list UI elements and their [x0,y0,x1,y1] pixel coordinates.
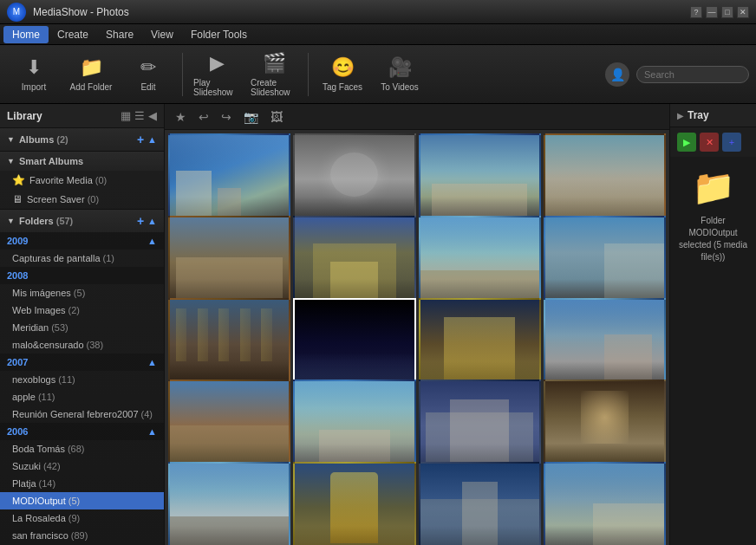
sidebar-item-web-images[interactable]: Web Images (2) [0,302,164,319]
la-rosaleda-count: (9) [68,513,80,523]
toolbar-separator-2 [308,53,309,96]
photo-cell[interactable] [293,216,415,308]
photo-cell[interactable] [544,380,666,471]
albums-scroll[interactable]: ▲ [147,134,157,145]
play-slideshow-button[interactable]: ▶ Play Slideshow [190,49,244,100]
photo-cell[interactable] [544,133,666,225]
add-folder-icon: 📁 [80,56,103,79]
folders-scroll[interactable]: ▲ [147,216,157,226]
sidebar-item-favorite-media[interactable]: ⭐ Favorite Media (0) [0,171,164,190]
web-images-label: Web Images [12,305,66,315]
help-btn[interactable]: ? [690,6,702,18]
import-button[interactable]: ⬇ Import [7,49,61,100]
photo-cell[interactable] [544,216,666,308]
search-input[interactable] [636,66,749,83]
redo-btn[interactable]: ↪ [218,108,235,126]
photo-cell[interactable] [293,462,415,545]
sidebar-item-apple[interactable]: apple (11) [0,388,164,406]
folders-add-btn[interactable]: + [137,214,144,228]
library-header: Library ▦ ☰ ◀ [0,104,164,128]
folders-header[interactable]: ▼ Folders (57) + ▲ [0,210,164,232]
sidebar-item-meridian[interactable]: Meridian (53) [0,319,164,336]
year-2009-label: 2009 [7,236,28,246]
screen-saver-label: Screen Saver [27,194,85,204]
create-slideshow-button[interactable]: 🎬 Create Slideshow [247,49,301,100]
photo-cell[interactable] [419,133,541,225]
year-2006-scroll[interactable]: ▲ [147,426,157,437]
photo-cell[interactable] [168,133,290,225]
menu-folder-tools[interactable]: Folder Tools [182,26,256,43]
toolbar-separator [182,53,183,96]
tray-arrow-icon: ▶ [677,111,684,120]
photo-cell[interactable] [293,380,415,471]
user-avatar: 👤 [605,62,629,87]
tray-folder: 📁 Folder MODIOutput selected (5 media fi… [670,157,756,274]
photo-cell[interactable] [168,216,290,308]
library-collapse[interactable]: ◀ [148,109,157,122]
sidebar-item-nexoblogs[interactable]: nexoblogs (11) [0,371,164,388]
maximize-btn[interactable]: □ [721,6,733,18]
edit-button[interactable]: ✏ Edit [121,49,175,100]
menu-share[interactable]: Share [97,26,142,43]
photo-cell[interactable] [419,298,541,390]
capturas-count: (1) [103,253,114,263]
meridian-label: Meridian [12,322,49,333]
albums-header[interactable]: ▼ Albums (2) + ▲ [0,128,164,151]
photo-cell[interactable] [293,298,415,390]
modioutput-label: MODIOutput [12,496,66,506]
edit-icon: ✏ [140,56,156,79]
sidebar-item-malo[interactable]: malo&censurado (38) [0,336,164,354]
photo-cell[interactable] [419,216,541,308]
tray-add-btn[interactable]: + [722,133,741,152]
albums-add-btn[interactable]: + [137,133,144,146]
platja-count: (14) [39,478,56,489]
title-controls: ? — □ ✕ [690,6,749,18]
menu-home[interactable]: Home [3,26,49,43]
to-videos-button[interactable]: 🎥 To Videos [373,49,427,100]
photo-cell[interactable] [419,380,541,471]
sidebar-item-san-francisco[interactable]: san francisco (89) [0,527,164,544]
sidebar-item-platja[interactable]: Platja (14) [0,475,164,492]
tray-play-btn[interactable]: ▶ [677,133,696,152]
undo-btn[interactable]: ↩ [195,108,212,126]
photo-cell[interactable] [168,298,290,390]
sidebar-item-mis-imagenes[interactable]: Mis imágenes (5) [0,284,164,302]
photo-cell[interactable] [168,380,290,471]
photo-cell[interactable] [419,462,541,545]
add-folder-button[interactable]: 📁 Add Folder [64,49,118,100]
photo-cell[interactable] [293,133,415,225]
sidebar-item-capturas[interactable]: Capturas de pantalla (1) [0,250,164,267]
photo-cell[interactable] [168,462,290,545]
library-grid-view[interactable]: ▦ [121,109,131,122]
sidebar-item-modioutput[interactable]: MODIOutput (5) [0,492,164,509]
tray: ▶ Tray ▶ ✕ + 📁 Folder MODIOutput selecte… [669,104,756,545]
year-2007-label: 2007 [7,357,28,367]
year-2009-scroll[interactable]: ▲ [147,236,157,246]
close-btn[interactable]: ✕ [737,6,749,18]
year-2007-scroll[interactable]: ▲ [147,357,157,367]
sidebar-item-la-rosaleda[interactable]: La Rosaleda (9) [0,509,164,527]
toolbar: ⬇ Import 📁 Add Folder ✏ Edit ▶ Play Slid… [0,45,756,104]
mis-imagenes-label: Mis imágenes [12,288,71,298]
capturas-label: Capturas de pantalla [12,253,101,263]
sidebar-item-suzuki[interactable]: Suzuki (42) [0,457,164,475]
image-btn[interactable]: 🖼 [267,108,286,126]
tray-remove-btn[interactable]: ✕ [700,133,719,152]
nexoblogs-count: (11) [58,374,75,385]
apple-count: (11) [38,392,55,402]
sidebar-item-boda-tomas[interactable]: Boda Tomás (68) [0,440,164,457]
reunion-count: (4) [141,409,153,419]
sidebar-item-screen-saver[interactable]: 🖥 Screen Saver (0) [0,190,164,209]
sidebar-item-reunion[interactable]: Reunión General febrero2007 (4) [0,406,164,423]
camera-btn[interactable]: 📷 [240,108,262,126]
smart-albums-header[interactable]: ▼ Smart Albums [0,152,164,171]
create-slideshow-icon: 🎬 [263,52,286,75]
photo-cell[interactable] [544,298,666,390]
favorite-btn[interactable]: ★ [172,108,190,126]
menu-create[interactable]: Create [49,26,97,43]
menu-view[interactable]: View [142,26,182,43]
library-list-view[interactable]: ☰ [134,109,145,122]
minimize-btn[interactable]: — [706,6,718,18]
photo-cell[interactable] [544,462,666,545]
tag-faces-button[interactable]: 😊 Tag Faces [316,49,369,100]
